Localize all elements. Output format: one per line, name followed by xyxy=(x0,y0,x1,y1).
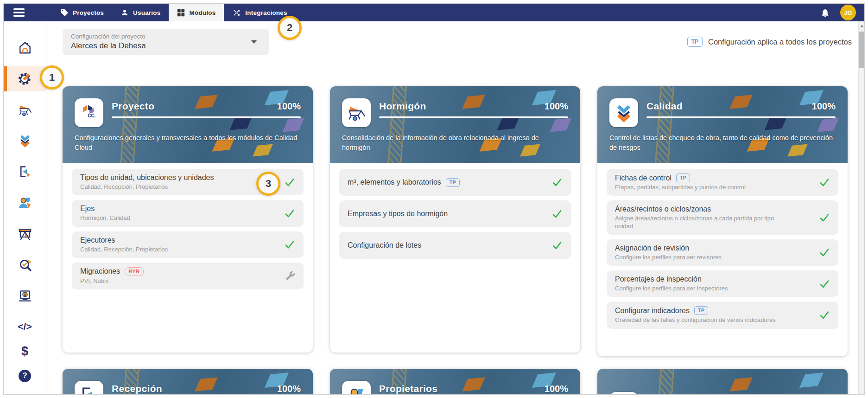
card-calidad: Calidad 100% Control de listas de cheque… xyxy=(597,86,848,356)
card-title: Propietarios xyxy=(379,383,437,394)
check-icon xyxy=(819,177,830,188)
progress-bar xyxy=(379,116,568,118)
sidebar-item-calidad[interactable] xyxy=(4,128,46,153)
check-icon xyxy=(551,177,563,188)
user-icon xyxy=(120,8,129,17)
item-badge-tp: TP xyxy=(694,306,708,315)
grid-icon xyxy=(177,9,185,17)
callout-circle-3: 3 xyxy=(256,172,280,196)
module-config-item[interactable]: EjesHormigón, Calidad xyxy=(72,200,304,226)
item-title: Configurar indicadoresTP xyxy=(615,306,813,315)
double-check-icon xyxy=(18,134,32,148)
tab-label: Usuarios xyxy=(133,9,160,16)
check-icon xyxy=(819,247,830,258)
card-items-list: Fichas de controlTPEtapas, partidas, sub… xyxy=(597,163,848,334)
tab-label: Módulos xyxy=(189,9,215,16)
sidebar-item-precios[interactable]: $ xyxy=(4,339,46,364)
callout-circle-2: 2 xyxy=(278,16,302,40)
card-percent: 100% xyxy=(277,101,301,112)
user-avatar[interactable]: JG xyxy=(840,5,856,20)
reception-icon xyxy=(75,381,103,394)
check-icon xyxy=(284,208,295,219)
reception-icon xyxy=(18,165,32,179)
owners-person-icon xyxy=(342,381,371,394)
item-subtitle: PVI, Nubix xyxy=(80,277,241,285)
tab-label: Integraciones xyxy=(245,9,287,16)
tab-proyectos[interactable]: Proyectos xyxy=(52,4,112,21)
card-hormigon: Hormigón 100% Consolidación de la inform… xyxy=(330,86,580,353)
wrench-icon xyxy=(285,271,295,281)
config-toolbar: Configuración del proyecto Alerces de la… xyxy=(63,29,852,55)
hamburger-menu-button[interactable] xyxy=(4,4,34,21)
module-config-item[interactable]: EjecutoresCalidad, Recepción, Propietari… xyxy=(72,231,304,258)
module-config-item[interactable]: Porcentajes de inspecciónConfigure los p… xyxy=(607,270,838,297)
card-title: Calidad xyxy=(646,101,683,112)
item-title: Ejes xyxy=(80,205,279,213)
item-title: Fichas de controlTP xyxy=(615,173,813,182)
sidebar-item-planos[interactable] xyxy=(4,221,46,246)
sidebar-item-recepcion[interactable] xyxy=(4,159,46,184)
sidebar-item-propietarios[interactable] xyxy=(4,190,46,215)
card-header: CC. Proyecto 100% Configur xyxy=(63,86,313,163)
card-header xyxy=(597,369,848,394)
sidebar-item-inspeccion[interactable] xyxy=(4,252,46,277)
module-config-item[interactable]: Configurar indicadoresTPGravedad de las … xyxy=(607,302,838,328)
item-subtitle: Configure los perfiles para ser inspecto… xyxy=(615,285,776,292)
item-title: Configuración de lotes xyxy=(348,241,546,250)
main-content: Configuración del proyecto Alerces de la… xyxy=(46,21,864,394)
item-title: Empresas y tipos de hormigón xyxy=(348,210,546,218)
module-config-item[interactable]: Asignación de revisiónConfigure los perf… xyxy=(607,239,838,266)
module-config-item[interactable]: m³, elementos y laboratoriosTP xyxy=(339,169,571,196)
sidebar-item-api[interactable]: </> xyxy=(4,314,46,339)
item-badge-tp: TP xyxy=(446,178,460,187)
card-items-list: m³, elementos y laboratoriosTPEmpresas y… xyxy=(330,163,580,263)
tab-usuarios[interactable]: Usuarios xyxy=(112,4,169,21)
item-title: Tipos de unidad, ubicaciones y unidades xyxy=(80,173,279,182)
item-title: Porcentajes de inspección xyxy=(615,275,813,283)
module-config-item[interactable]: Configuración de lotes xyxy=(339,232,571,259)
module-config-item[interactable]: Fichas de controlTPEtapas, partidas, sub… xyxy=(607,169,838,196)
card-description: Consolidación de la información de obra … xyxy=(342,133,568,153)
card-header: Calidad 100% Control de listas de cheque… xyxy=(597,86,848,163)
item-badge-ryr: RYR xyxy=(125,267,143,276)
sidebar-item-hormigon[interactable] xyxy=(4,97,46,122)
tab-modulos[interactable]: Módulos xyxy=(169,4,224,21)
inspection-search-icon xyxy=(18,258,32,272)
vertical-scrollbar[interactable] xyxy=(858,21,864,394)
module-cards-grid: CC. Proyecto 100% Configur xyxy=(63,86,858,394)
sidebar-item-home[interactable] xyxy=(4,35,46,60)
module-config-item[interactable]: Empresas y tipos de hormigón xyxy=(339,200,571,227)
item-title: Ejecutores xyxy=(80,236,279,244)
hamburger-icon xyxy=(13,8,25,17)
check-icon xyxy=(819,278,830,289)
tp-legend-text: Configuración aplica a todos los proyect… xyxy=(708,38,852,46)
check-icon xyxy=(284,239,295,250)
sidebar-item-ayuda[interactable]: ? xyxy=(4,363,46,388)
wheelbarrow-icon xyxy=(17,103,33,117)
wheelbarrow-icon xyxy=(342,98,371,127)
item-subtitle: Calidad, Recepción, Propietarios xyxy=(80,246,241,253)
card-propietarios: Propietarios 100% xyxy=(330,369,580,394)
card-description: Control de listas de chequeo de obra, ta… xyxy=(609,133,836,153)
module-config-item[interactable]: Áreas/recintos o ciclos/zonasAsigne área… xyxy=(607,200,838,235)
card-header: Hormigón 100% Consolidación de la inform… xyxy=(330,86,580,163)
double-check-icon xyxy=(609,98,638,127)
callout-circle-1: 1 xyxy=(40,65,64,90)
scrollbar-up-arrow-icon[interactable] xyxy=(860,25,864,27)
item-title: MigracionesRYR xyxy=(80,267,280,276)
card-proyecto: CC. Proyecto 100% Configur xyxy=(63,86,313,353)
project-select-dropdown[interactable]: Configuración del proyecto Alerces de la… xyxy=(63,29,269,55)
card-percent: 100% xyxy=(545,101,568,112)
sidebar-item-facturacion[interactable]: $ xyxy=(4,283,46,308)
home-icon xyxy=(18,41,32,55)
notifications-bell-button[interactable] xyxy=(820,8,830,18)
help-icon: ? xyxy=(19,370,31,382)
navbar-right: JG xyxy=(820,4,864,21)
progress-bar xyxy=(646,116,836,118)
item-title: m³, elementos y laboratoriosTP xyxy=(348,178,546,187)
dollar-icon: $ xyxy=(21,344,28,359)
scrollbar-thumb[interactable] xyxy=(859,32,864,68)
item-subtitle: Asigne áreas/recintos o ciclos/zonas a c… xyxy=(615,215,776,230)
module-config-item[interactable]: MigracionesRYRPVI, Nubix xyxy=(72,263,304,289)
check-icon xyxy=(284,177,295,188)
